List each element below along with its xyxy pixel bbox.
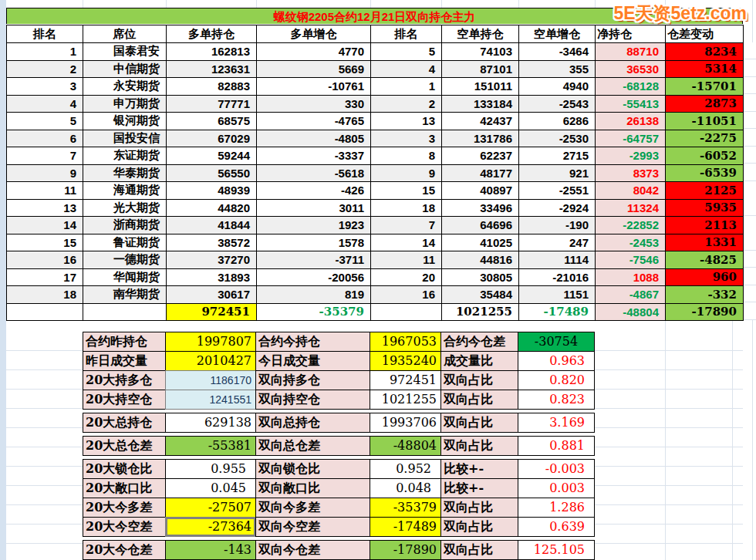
cell-rank-long[interactable]: 13 [7, 199, 83, 217]
summary-value-cell[interactable]: 1997807 [165, 332, 256, 352]
cell-short-change[interactable]: 247 [519, 234, 596, 251]
cell-net-position[interactable]: -7546 [596, 251, 666, 269]
summary-label-cell[interactable]: 双向占比 [440, 413, 518, 433]
cell-long-change[interactable]: -4765 [257, 113, 371, 130]
cell-seat[interactable]: 浙商期货 [83, 217, 167, 234]
cell-seat[interactable]: 华闻期货 [83, 268, 167, 286]
cell-net-position[interactable]: 26138 [596, 113, 666, 130]
cell-rank-short[interactable]: 11 [371, 251, 442, 269]
cell-net-position[interactable]: -68128 [596, 78, 666, 96]
cell-position-diff-change[interactable]: 5935 [666, 199, 744, 217]
summary-value-cell[interactable]: -17489 [370, 517, 441, 537]
cell-long-position[interactable]: 162813 [167, 43, 257, 61]
cell-seat[interactable]: 鲁证期货 [83, 234, 167, 251]
cell-long-position[interactable]: 30617 [167, 286, 257, 304]
summary-label-cell[interactable]: 双向今空差 [255, 517, 370, 537]
summary-value-cell[interactable]: -143 [165, 540, 256, 560]
cell-short-position[interactable]: 64696 [442, 217, 519, 234]
cell-rank-long[interactable]: 9 [7, 164, 83, 182]
cell-long-position[interactable]: 44820 [167, 199, 257, 217]
cell-short-position[interactable]: 62237 [442, 147, 519, 165]
cell-rank-short[interactable]: 3 [371, 130, 442, 147]
cell-short-change[interactable]: 1151 [519, 286, 596, 304]
summary-value-cell[interactable]: -27507 [165, 498, 256, 518]
cell-long-change[interactable]: 1923 [257, 217, 371, 234]
summary-value-cell[interactable]: 1186170 [165, 370, 256, 390]
cell-rank-short[interactable]: 20 [371, 268, 442, 286]
cell-short-change[interactable]: -2530 [519, 130, 596, 147]
summary-label-cell[interactable]: 双向占比 [440, 540, 518, 560]
summary-label-cell[interactable]: 合约今仓差 [440, 332, 518, 352]
header-short-change[interactable]: 空单增仓 [519, 25, 596, 43]
cell-net-position[interactable]: 36530 [596, 60, 666, 78]
cell-short-change[interactable]: -3464 [519, 43, 596, 61]
cell-short-position[interactable]: 41025 [442, 234, 519, 251]
header-rank-long[interactable]: 排名 [7, 25, 83, 43]
total-long-position[interactable]: 972451 [167, 303, 257, 321]
cell-short-change[interactable]: 355 [519, 60, 596, 78]
cell-short-position[interactable]: 33496 [442, 199, 519, 217]
cell-position-diff-change[interactable]: 960 [666, 268, 744, 286]
cell-long-change[interactable]: 3011 [257, 199, 371, 217]
cell-long-position[interactable]: 123631 [167, 60, 257, 78]
summary-label-cell[interactable]: 合约今持仓 [255, 332, 370, 352]
cell-rank-short[interactable]: 14 [371, 234, 442, 251]
cell-long-change[interactable]: -5618 [257, 164, 371, 182]
cell-short-change[interactable]: 4940 [519, 78, 596, 96]
cell-position-diff-change[interactable]: 5314 [666, 60, 744, 78]
cell-position-diff-change[interactable]: -6052 [666, 147, 744, 165]
cell-rank-long[interactable]: 7 [7, 147, 83, 165]
total-net-position[interactable]: -48804 [596, 303, 666, 321]
summary-value-cell[interactable]: 0.823 [518, 390, 595, 410]
total-position-diff-change[interactable]: -17890 [666, 303, 744, 321]
cell-seat[interactable]: 永安期货 [83, 78, 167, 96]
cell-net-position[interactable]: 1088 [596, 268, 666, 286]
cell-long-change[interactable]: 4770 [257, 43, 371, 61]
cell-long-position[interactable]: 37270 [167, 251, 257, 269]
cell-net-position[interactable]: -2453 [596, 234, 666, 251]
cell-seat[interactable]: 国泰君安 [83, 43, 167, 61]
cell-long-position[interactable]: 82883 [167, 78, 257, 96]
cell-seat[interactable]: 申万期货 [83, 95, 167, 113]
header-short-position[interactable]: 空单持仓 [442, 25, 519, 43]
cell-long-change[interactable]: -20056 [257, 268, 371, 286]
cell-long-change[interactable]: 1578 [257, 234, 371, 251]
cell-rank-long[interactable]: 17 [7, 268, 83, 286]
summary-label-cell[interactable]: 双向今仓差 [255, 540, 370, 560]
cell-position-diff-change[interactable]: 2125 [666, 182, 744, 200]
cell-long-position[interactable]: 67029 [167, 130, 257, 147]
cell-short-position[interactable]: 35484 [442, 286, 519, 304]
cell-seat[interactable]: 东证期货 [83, 147, 167, 165]
summary-label-cell[interactable]: 双向占比 [440, 436, 518, 456]
cell-rank-short[interactable]: 16 [371, 286, 442, 304]
cell-short-position[interactable]: 40897 [442, 182, 519, 200]
summary-label-cell[interactable]: 比较+- [440, 478, 518, 498]
summary-value-cell[interactable]: 0.952 [370, 459, 441, 479]
cell-rank-short[interactable]: 8 [371, 147, 442, 165]
cell-short-change[interactable]: -2924 [519, 199, 596, 217]
cell-rank-long[interactable]: 14 [7, 217, 83, 234]
cell-position-diff-change[interactable]: 2873 [666, 95, 744, 113]
summary-value-cell[interactable]: 2010427 [165, 351, 256, 371]
summary-value-cell[interactable]: 1021255 [370, 390, 441, 410]
cell-position-diff-change[interactable]: 1331 [666, 234, 744, 251]
summary-label-cell[interactable]: 合约昨持仓 [83, 332, 166, 352]
summary-label-cell[interactable]: 双向占比 [440, 517, 518, 537]
summary-label-cell[interactable]: 20大总仓差 [83, 436, 166, 456]
cell-long-change[interactable]: -426 [257, 182, 371, 200]
summary-value-cell[interactable]: 1935240 [370, 351, 441, 371]
cell-long-position[interactable]: 77771 [167, 95, 257, 113]
cell-short-change[interactable]: -2543 [519, 95, 596, 113]
total-empty-cell[interactable] [371, 303, 442, 321]
summary-value-cell[interactable]: 0.045 [165, 478, 256, 498]
cell-long-position[interactable]: 31893 [167, 268, 257, 286]
cell-position-diff-change[interactable]: -6539 [666, 164, 744, 182]
cell-net-position[interactable]: -2993 [596, 147, 666, 165]
summary-value-cell[interactable]: 972451 [370, 370, 441, 390]
summary-label-cell[interactable]: 双向总仓差 [255, 436, 370, 456]
cell-seat[interactable]: 华泰期货 [83, 164, 167, 182]
header-position-diff-change[interactable]: 仓差变动 [666, 25, 744, 43]
summary-value-cell[interactable]: 0.963 [518, 351, 595, 371]
summary-label-cell[interactable]: 双向占比 [440, 390, 518, 410]
summary-label-cell[interactable]: 20大今空差 [83, 517, 166, 537]
